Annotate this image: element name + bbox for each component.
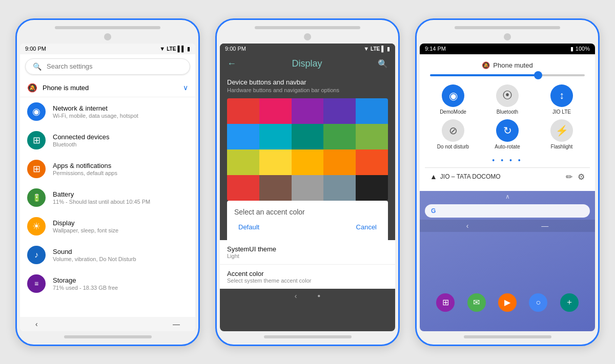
chevron-down-icon[interactable]: ∨ [183, 83, 188, 92]
color-cell-14[interactable] [356, 149, 388, 175]
p3-muted-row: 🔕 Phone muted [425, 59, 590, 72]
home-nav-button[interactable]: — [173, 320, 180, 328]
settings-text-apps: Apps & notifications Permissions, defaul… [53, 162, 188, 176]
wifi-icon: ▼ [159, 46, 165, 52]
color-cell-18[interactable] [323, 175, 356, 201]
color-cell-6[interactable] [259, 124, 292, 149]
dock-app-undefined[interactable]: ○ [529, 293, 547, 312]
p2-menu-sub: Hardware buttons and navigation bar opti… [227, 87, 388, 93]
settings-item-battery[interactable]: 🔋 Battery 11% - Should last until about … [20, 183, 195, 212]
p2-search-icon[interactable]: 🔍 [378, 59, 388, 69]
dock-app-undefined[interactable]: ▶ [498, 293, 517, 312]
color-cell-5[interactable] [227, 124, 259, 149]
signal-icon: ▌▌ [177, 46, 186, 52]
back-button[interactable]: ← [227, 58, 236, 69]
accent-color-dialog: Select an accent color Default Cancel [227, 201, 388, 240]
p3-muted-label: Phone muted [493, 61, 532, 69]
search-bar[interactable]: 🔍 [25, 58, 190, 75]
dialog-default-button[interactable]: Default [234, 221, 263, 233]
color-cell-11[interactable] [259, 149, 292, 175]
settings-item-connected[interactable]: ⊞ Connected devices Bluetooth [20, 126, 195, 155]
p2-back-nav[interactable]: ‹ [295, 292, 297, 300]
phone-2-bottom-bar [264, 335, 352, 338]
settings-text-network: Network & internet Wi-Fi, mobile, data u… [53, 104, 188, 119]
color-cell-15[interactable] [227, 175, 259, 201]
color-cell-9[interactable] [356, 124, 388, 149]
p2-menu-title: Device buttons and navbar [227, 78, 388, 86]
qs-tile-jio[interactable]: ↕JIO LTE [537, 84, 587, 115]
settings-item-network[interactable]: ◉ Network & internet Wi-Fi, mobile, data… [20, 97, 195, 126]
p2-navigation-bar: ‹ ● [220, 289, 395, 303]
p3-status-bar: 9:14 PM ▮ 100% [420, 44, 595, 54]
qs-tile-flashlight[interactable]: ⚡Flashlight [537, 119, 587, 150]
settings-text-display: Display Wallpaper, sleep, font size [53, 219, 188, 233]
p2-lte: LTE [371, 46, 380, 52]
settings-title-display: Display [53, 219, 188, 227]
muted-banner[interactable]: 🔕 Phone is muted ∨ [20, 79, 195, 97]
dock-app-undefined[interactable]: ⊞ [436, 293, 455, 312]
edit-network-icon[interactable]: ✏ [566, 172, 572, 182]
p3-home-nav[interactable]: — [541, 222, 548, 230]
search-input[interactable] [47, 62, 182, 70]
qs-tile-icon-jio: ↕ [550, 84, 573, 107]
color-grid [227, 98, 388, 201]
p2-header: ← Display 🔍 [220, 54, 395, 73]
network-info: ▲ JIO – TATA DOCOMO [430, 173, 501, 181]
p2-bottom-items: SystemUI theme Light [220, 240, 395, 264]
color-cell-0[interactable] [227, 98, 259, 124]
app-drawer-handle[interactable]: ∧ [420, 191, 595, 202]
color-cell-16[interactable] [259, 175, 292, 201]
settings-text-battery: Battery 11% - Should last until about 10… [53, 190, 188, 205]
p2-menu-item-navbar[interactable]: Device buttons and navbar Hardware butto… [220, 73, 395, 98]
battery-icon: ▮ [187, 46, 190, 52]
phone-2-camera [304, 33, 311, 40]
color-cell-19[interactable] [356, 175, 388, 201]
lte-label: LTE [167, 46, 176, 52]
settings-title-storage: Storage [53, 276, 188, 284]
quick-settings-panel: 🔕 Phone muted ◉DemoMode⦿Bluetooth↕JIO LT… [420, 54, 595, 191]
battery-settings-icon: 🔋 [27, 188, 46, 207]
p3-back-nav[interactable]: ‹ [466, 222, 469, 230]
settings-item-storage[interactable]: ≡ Storage 71% used - 18.33 GB free [20, 269, 195, 298]
dialog-actions: Default Cancel [234, 221, 381, 233]
color-cell-13[interactable] [323, 149, 356, 175]
qs-tile-dnd[interactable]: ⊘Do not disturb [428, 119, 478, 150]
qs-tile-bluetooth[interactable]: ⦿Bluetooth [482, 84, 532, 115]
qs-tile-label-rotate: Auto-rotate [495, 144, 520, 150]
dock-app-undefined[interactable]: ✉ [467, 293, 486, 312]
qs-tile-label-bluetooth: Bluetooth [497, 109, 518, 115]
color-cell-3[interactable] [323, 98, 356, 124]
qs-tile-label-demo: DemoMode [440, 109, 466, 115]
p2-wifi-icon: ▼ [363, 46, 369, 52]
color-cell-7[interactable] [292, 124, 324, 149]
settings-network-icon[interactable]: ⚙ [578, 172, 585, 182]
dock-app-undefined[interactable]: ＋ [560, 293, 579, 312]
color-cell-1[interactable] [259, 98, 292, 124]
volume-slider[interactable] [430, 74, 585, 76]
muted-label: Phone is muted [43, 84, 89, 92]
p2-status-time: 9:00 PM [225, 46, 246, 52]
settings-text-connected: Connected devices Bluetooth [53, 133, 188, 147]
color-cell-10[interactable] [227, 149, 259, 175]
color-cell-4[interactable] [356, 98, 388, 124]
color-cell-17[interactable] [292, 175, 324, 201]
p3-nav-bar: ‹ — [420, 220, 595, 232]
connected-icon: ⊞ [27, 131, 46, 149]
qs-tile-demo[interactable]: ◉DemoMode [428, 84, 478, 115]
qs-tile-rotate[interactable]: ↻Auto-rotate [482, 119, 532, 150]
p2-home-nav[interactable]: ● [317, 293, 320, 298]
color-cell-8[interactable] [323, 124, 356, 149]
phone-2-screen: 9:00 PM ▼ LTE ▌ ▮ ← Display 🔍 Device but… [220, 44, 395, 331]
settings-sub-network: Wi-Fi, mobile, data usage, hotspot [53, 113, 188, 119]
settings-item-sound[interactable]: ♪ Sound Volume, vibration, Do Not Distur… [20, 241, 195, 269]
settings-item-display[interactable]: ☀ Display Wallpaper, sleep, font size [20, 212, 195, 241]
settings-item-apps[interactable]: ⊞ Apps & notifications Permissions, defa… [20, 155, 195, 183]
back-nav-button[interactable]: ‹ [35, 320, 38, 328]
google-search-bar[interactable]: G [425, 204, 590, 218]
color-cell-12[interactable] [292, 149, 324, 175]
color-cell-2[interactable] [292, 98, 324, 124]
p3-battery-icon: ▮ [570, 46, 573, 52]
phone-3-screen: 9:14 PM ▮ 100% 🔕 Phone muted ◉DemoMode⦿B… [420, 44, 595, 331]
dialog-cancel-button[interactable]: Cancel [352, 221, 381, 233]
p2-status-bar: 9:00 PM ▼ LTE ▌ ▮ [220, 44, 395, 54]
